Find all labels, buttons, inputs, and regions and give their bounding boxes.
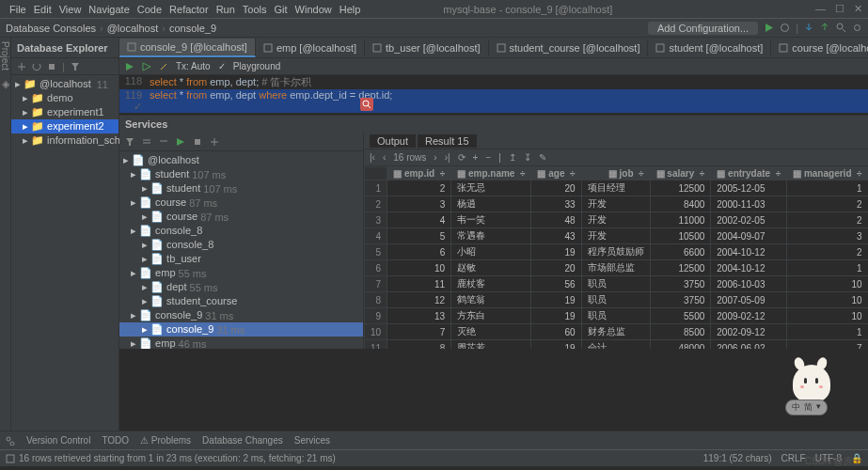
col-header[interactable]: ▦ entrydate ÷ [711,167,787,180]
crumb-console[interactable]: console_9 [169,23,216,34]
tab-output[interactable]: Output [370,134,416,148]
cell[interactable]: 灭绝 [451,324,531,340]
cell[interactable]: 3750 [650,276,711,292]
cell[interactable]: 12500 [650,260,711,276]
cell[interactable]: 13 [387,308,451,324]
cell[interactable]: 2006-10-03 [711,276,787,292]
col-header[interactable]: ▦ emp.id ÷ [387,167,451,180]
db-node[interactable]: ▸ 📁 @localhost11 [11,77,118,91]
service-node[interactable]: ▸ 📄 emp 46 ms [119,337,363,349]
run-icon[interactable] [176,137,185,147]
toolwindow-problems[interactable]: ⚠ Problems [140,435,191,446]
cell[interactable]: 市场部总监 [581,260,650,276]
sql-editor[interactable]: 118select * from emp, dept; # 笛卡尔积119 ✓s… [119,75,868,115]
caret-position[interactable]: 119:1 (52 chars) [703,453,772,463]
crumb-host[interactable]: @localhost [107,23,159,34]
cell[interactable]: 10 [387,260,451,276]
cell[interactable]: 19 [531,340,581,350]
col-header[interactable]: ▦ job ÷ [581,167,650,180]
cell[interactable]: 3750 [650,292,711,308]
cell[interactable]: 开发 [581,196,650,212]
line-sep[interactable]: CRLF [781,453,806,463]
search-icon[interactable] [836,23,846,33]
cell[interactable]: 2002-09-12 [711,324,787,340]
editor-tab[interactable]: course [@localhost] [771,39,868,56]
playground-label[interactable]: Playground [233,61,281,71]
cell[interactable]: 10 [787,292,868,308]
menu-git[interactable]: Git [271,4,292,15]
editor-tab[interactable]: emp [@localhost] [256,39,365,56]
menu-window[interactable]: Window [292,4,336,15]
cell[interactable]: 7 [387,324,451,340]
next-page-icon[interactable]: › [434,152,436,163]
menu-tools[interactable]: Tools [239,4,271,15]
cell[interactable]: 48000 [650,340,711,350]
editor-tab[interactable]: console_9 [@localhost] [119,39,256,57]
settings-icon[interactable] [852,23,862,33]
cell[interactable]: 8 [387,340,451,350]
database-tree[interactable]: ▸ 📁 @localhost11▸ 📁 demo▸ 📁 experiment1▸… [11,75,118,149]
refresh-icon[interactable] [32,62,41,71]
cell[interactable]: 3 [787,228,868,244]
cell[interactable]: 周芷若 [451,340,531,350]
run-icon[interactable] [764,23,774,33]
menu-edit[interactable]: Edit [30,4,55,15]
cell[interactable]: 19 [531,244,581,260]
menu-run[interactable]: Run [213,4,239,15]
add-icon[interactable] [210,137,219,147]
menu-help[interactable]: Help [336,4,365,15]
cell[interactable]: 鹤笔翁 [451,292,531,308]
cell[interactable]: 56 [531,276,581,292]
cell[interactable]: 10500 [650,228,711,244]
cell[interactable]: 10 [787,308,868,324]
cell[interactable]: 开发 [581,228,650,244]
cell[interactable]: 鹿杖客 [451,276,531,292]
cell[interactable]: 赵敏 [451,260,531,276]
filter-icon[interactable] [71,62,80,71]
result-grid[interactable]: ▦ emp.id ÷▦ emp.name ÷▦ age ÷▦ job ÷▦ sa… [364,166,868,349]
toolwindow-todo[interactable]: TODO [102,435,129,446]
cell[interactable]: 12500 [650,180,711,196]
cell[interactable]: 财务总监 [581,324,650,340]
tab-result[interactable]: Result 15 [418,134,476,148]
toolwindow-services[interactable]: Services [294,435,330,446]
search-badge-icon[interactable] [360,98,373,111]
edit-icon[interactable]: ✎ [539,152,546,163]
cell[interactable]: 方东白 [451,308,531,324]
cell[interactable]: 33 [531,196,581,212]
cell[interactable]: 2 [787,212,868,228]
cell[interactable]: 20 [531,180,581,196]
cell[interactable]: 6 [387,244,451,260]
status-icon[interactable] [6,454,15,463]
cell[interactable]: 6600 [650,244,711,260]
col-header[interactable]: ▦ managerid ÷ [787,167,868,180]
service-node[interactable]: ▸ 📄 student 107 ms [119,167,363,181]
editor-tabs[interactable]: console_9 [@localhost]emp [@localhost]tb… [119,38,868,58]
cell[interactable]: 开发 [581,212,650,228]
service-node[interactable]: ▸ 📄 console_8 [119,238,363,252]
git-commit-icon[interactable] [820,23,830,33]
cell[interactable]: 2000-11-03 [711,196,787,212]
minimize-icon[interactable]: — [815,3,826,15]
cell[interactable]: 2009-02-12 [711,308,787,324]
db-node[interactable]: ▸ 📁 demo [11,91,118,105]
maximize-icon[interactable]: ☐ [835,3,844,15]
cell[interactable]: 2007-05-09 [711,292,787,308]
cell[interactable]: 杨逍 [451,196,531,212]
execute-plan-icon[interactable] [142,62,151,71]
db-node[interactable]: ▸ 📁 experiment2 [11,119,118,133]
execute-icon[interactable] [125,62,134,71]
service-node[interactable]: ▸ 📄 console_9 31 ms [119,322,363,337]
commit-icon[interactable]: ↥ [509,152,516,163]
wand-icon[interactable] [159,62,168,71]
service-node[interactable]: ▸ 📄 dept 55 ms [119,280,363,294]
project-stripe[interactable]: Project [0,41,10,70]
toolwindow-database-changes[interactable]: Database Changes [202,435,283,446]
service-node[interactable]: ▸ 📄 emp 55 ms [119,266,363,280]
close-icon[interactable]: ✕ [854,3,862,15]
service-node[interactable]: ▸ 📄 student_course [119,294,363,308]
cell[interactable]: 8500 [650,324,711,340]
menu-view[interactable]: View [55,4,86,15]
cell[interactable]: 8400 [650,196,711,212]
cell[interactable]: 60 [531,324,581,340]
